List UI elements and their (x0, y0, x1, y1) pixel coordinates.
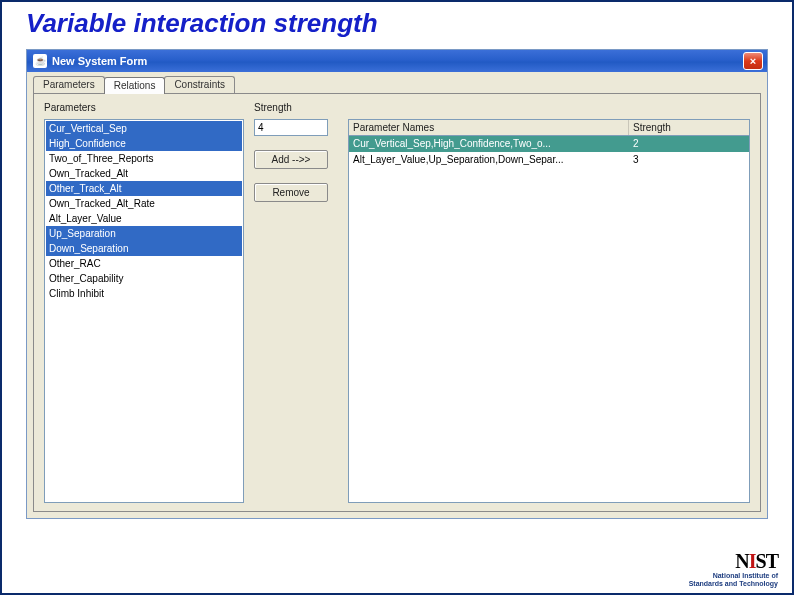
header-strength: Strength (629, 120, 749, 135)
parameters-column: Parameters Cur_Vertical_Sep High_Confide… (44, 102, 244, 503)
add-button[interactable]: Add -->> (254, 150, 328, 169)
close-button[interactable]: × (743, 52, 763, 70)
application-window: ☕ New System Form × Parameters Relations… (26, 49, 768, 519)
tab-parameters[interactable]: Parameters (33, 76, 105, 93)
nist-subtitle-2: Standards and Technology (689, 580, 778, 587)
strength-label: Strength (254, 102, 338, 113)
parameters-listbox[interactable]: Cur_Vertical_Sep High_Confidence Two_of_… (44, 119, 244, 503)
list-item[interactable]: Alt_Layer_Value (46, 211, 242, 226)
header-parameter-names: Parameter Names (349, 120, 629, 135)
nist-logo: NIST National Institute of Standards and… (689, 551, 778, 587)
list-item[interactable]: Climb Inhibit (46, 286, 242, 301)
close-icon: × (750, 55, 756, 67)
list-item[interactable]: Other_RAC (46, 256, 242, 271)
list-item[interactable]: Two_of_Three_Reports (46, 151, 242, 166)
nist-subtitle-1: National Institute of (689, 572, 778, 579)
titlebar: ☕ New System Form × (27, 50, 767, 72)
nist-wordmark: NIST (689, 551, 778, 572)
tabs: Parameters Relations Constraints (27, 72, 767, 93)
table-row[interactable]: Alt_Layer_Value,Up_Separation,Down_Separ… (349, 152, 749, 168)
java-icon: ☕ (33, 54, 47, 68)
remove-button[interactable]: Remove (254, 183, 328, 202)
list-item[interactable]: Own_Tracked_Alt_Rate (46, 196, 242, 211)
list-item[interactable]: Down_Separation (46, 241, 242, 256)
row-strength: 2 (629, 136, 749, 152)
list-item[interactable]: Cur_Vertical_Sep (46, 121, 242, 136)
parameters-label: Parameters (44, 102, 244, 113)
row-params: Alt_Layer_Value,Up_Separation,Down_Separ… (349, 152, 629, 168)
relations-column: Parameter Names Strength Cur_Vertical_Se… (348, 102, 750, 503)
strength-input[interactable] (254, 119, 328, 136)
relations-listbox[interactable]: Cur_Vertical_Sep,High_Confidence,Two_o..… (348, 136, 750, 503)
list-item[interactable]: Other_Capability (46, 271, 242, 286)
relations-header: Parameter Names Strength (348, 119, 750, 136)
list-item[interactable]: Own_Tracked_Alt (46, 166, 242, 181)
tab-body: Parameters Cur_Vertical_Sep High_Confide… (33, 93, 761, 512)
slide-title: Variable interaction strength (2, 2, 792, 45)
tab-constraints[interactable]: Constraints (164, 76, 235, 93)
tab-relations[interactable]: Relations (104, 77, 166, 94)
table-row[interactable]: Cur_Vertical_Sep,High_Confidence,Two_o..… (349, 136, 749, 152)
middle-column: Strength Add -->> Remove (254, 102, 338, 503)
list-item[interactable]: High_Confidence (46, 136, 242, 151)
list-item[interactable]: Up_Separation (46, 226, 242, 241)
row-strength: 3 (629, 152, 749, 168)
window-title: New System Form (52, 55, 147, 67)
list-item[interactable]: Other_Track_Alt (46, 181, 242, 196)
row-params: Cur_Vertical_Sep,High_Confidence,Two_o..… (349, 136, 629, 152)
